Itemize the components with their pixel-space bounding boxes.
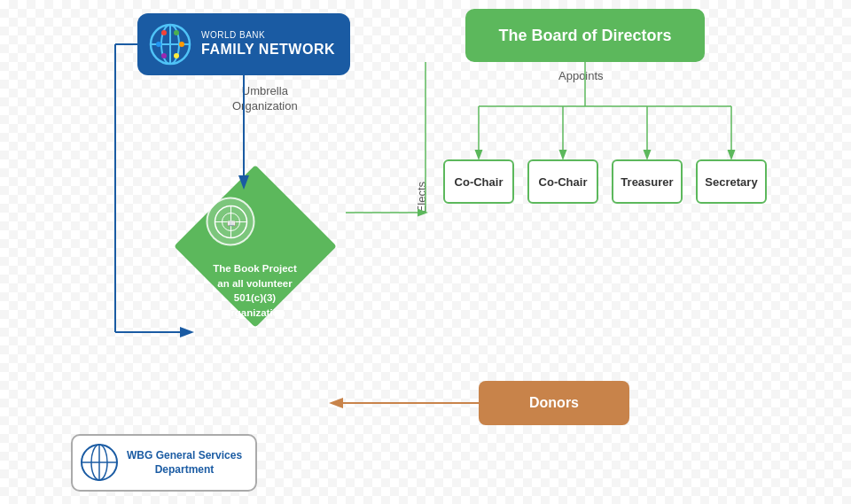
svg-point-7 <box>156 42 161 47</box>
donors-box: Donors <box>479 381 629 425</box>
board-box: The Board of Directors <box>465 9 705 62</box>
treasurer-box: Treasurer <box>612 159 683 204</box>
svg-point-6 <box>179 42 184 47</box>
secretary-box: Secretary <box>696 159 767 204</box>
cochair2-box: Co-Chair <box>527 159 598 204</box>
wbfn-small-label: WORLD BANK <box>201 30 335 41</box>
svg-point-4 <box>161 30 167 35</box>
svg-text:📖: 📖 <box>226 218 235 227</box>
appoints-label: Appoints <box>558 69 604 82</box>
wbfn-text: WORLD BANK FAMILY NETWORK <box>201 30 335 58</box>
cochair1-box: Co-Chair <box>443 159 514 204</box>
umbrella-label: UmbrellaOrganization <box>232 84 298 114</box>
board-title: The Board of Directors <box>498 27 671 45</box>
arrows-svg <box>0 0 851 504</box>
wbfn-box: WORLD BANK FAMILY NETWORK <box>137 13 350 75</box>
svg-point-5 <box>174 30 179 35</box>
wbfn-globe-icon <box>148 22 192 66</box>
svg-point-9 <box>174 53 179 58</box>
diagram-container: WORLD BANK FAMILY NETWORK The Board of D… <box>0 0 851 504</box>
svg-point-8 <box>161 53 167 58</box>
wbg-label: WBG General ServicesDepartment <box>127 449 242 477</box>
wbg-box: WBG General ServicesDepartment <box>71 434 257 492</box>
wbg-globe-icon <box>80 443 120 483</box>
diamond-wrapper: 📖 The Book Projectan all volunteer501(c)… <box>173 164 337 328</box>
wbfn-big-label: FAMILY NETWORK <box>201 41 335 58</box>
donors-label: Donors <box>529 395 579 411</box>
elects-label: Elects <box>415 182 428 213</box>
diamond-text: The Book Projectan all volunteer501(c)(3… <box>213 230 297 321</box>
